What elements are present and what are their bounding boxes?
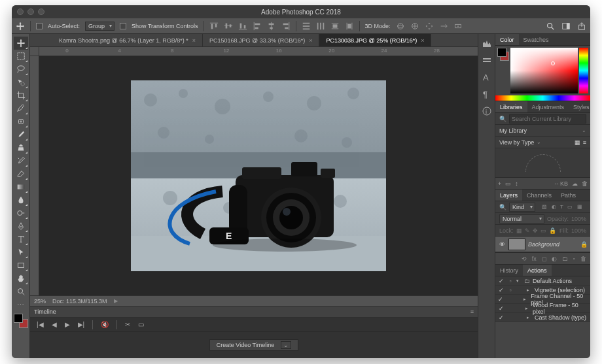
filter-pixel-icon[interactable]: ▧	[542, 204, 547, 210]
libraries-tab[interactable]: Libraries	[495, 101, 527, 112]
status-menu-icon[interactable]: ▶	[114, 298, 118, 304]
path-select-tool[interactable]	[14, 246, 28, 259]
ruler-vertical[interactable]	[30, 56, 39, 295]
distribute-top-icon[interactable]	[302, 22, 311, 31]
layer-row-background[interactable]: 👁 Background 🔒	[495, 237, 590, 252]
chevron-down-icon[interactable]: ⌄	[281, 341, 291, 349]
cloud-icon[interactable]: ☁	[572, 180, 578, 187]
layer-mask-icon[interactable]: ◻	[542, 256, 546, 262]
list-view-icon[interactable]: ≡	[583, 139, 586, 146]
brush-tool[interactable]	[14, 128, 28, 141]
align-right-icon[interactable]	[281, 22, 291, 31]
adjustment-layer-icon[interactable]: ◐	[552, 256, 557, 262]
navigator-icon[interactable]	[482, 55, 492, 65]
link-layers-icon[interactable]: ⟲	[522, 256, 527, 262]
play-icon[interactable]: ▶	[65, 321, 70, 328]
timeline-tab[interactable]: Timeline	[34, 308, 56, 315]
lock-all-icon[interactable]: 🔒	[549, 227, 556, 234]
library-search-input[interactable]	[509, 114, 586, 124]
workspace-icon[interactable]	[561, 22, 571, 31]
adjustments-tab[interactable]: Adjustments	[527, 101, 569, 112]
create-timeline-button[interactable]: Create Video Timeline⌄	[209, 339, 298, 351]
histogram-icon[interactable]	[482, 38, 492, 48]
hand-tool[interactable]	[14, 272, 28, 285]
grid-view-icon[interactable]: ▦	[575, 139, 580, 146]
crop-tool[interactable]	[14, 89, 28, 102]
move-tool[interactable]	[14, 37, 28, 50]
lock-position-icon[interactable]: ✥	[533, 227, 538, 234]
zoom-window-icon[interactable]	[38, 8, 44, 15]
show-transform-checkbox[interactable]	[120, 23, 126, 29]
filter-adjust-icon[interactable]: ◐	[552, 204, 556, 210]
history-tab[interactable]: History	[495, 265, 523, 276]
align-top-icon[interactable]	[209, 22, 219, 31]
3d-pan-icon[interactable]	[425, 22, 434, 31]
doc-size[interactable]: Doc: 115.3M/115.3M	[52, 298, 107, 305]
channels-tab[interactable]: Channels	[522, 190, 556, 201]
foreground-color-swatch[interactable]	[14, 314, 23, 323]
align-vcenter-icon[interactable]	[224, 22, 233, 31]
document-tab-2[interactable]: PC130038.JPG @ 25% (RGB/16*)×	[319, 34, 431, 46]
color-swatches[interactable]	[14, 314, 28, 328]
layers-tab[interactable]: Layers	[495, 190, 522, 201]
pen-tool[interactable]	[14, 220, 28, 233]
layer-filter-dropdown[interactable]: Kind	[509, 203, 535, 212]
zoom-tool[interactable]	[14, 285, 28, 298]
prev-frame-icon[interactable]: ◀	[52, 321, 57, 328]
filter-smart-icon[interactable]: ▦	[577, 204, 582, 210]
healing-tool[interactable]	[14, 115, 28, 128]
close-tab-icon[interactable]: ×	[421, 37, 424, 44]
minimize-window-icon[interactable]	[27, 8, 34, 15]
auto-select-checkbox[interactable]	[36, 23, 43, 29]
delete-layer-icon[interactable]: 🗑	[580, 256, 586, 262]
lock-transparent-icon[interactable]: ▦	[516, 227, 522, 234]
dodge-tool[interactable]	[14, 207, 28, 220]
swatches-tab[interactable]: Swatches	[519, 34, 554, 45]
type-tool[interactable]	[14, 233, 28, 246]
document-tab-0[interactable]: Kamra Shootra.png @ 66.7% (Layer 1, RGB/…	[52, 34, 203, 46]
search-icon[interactable]	[546, 22, 555, 31]
filter-type-icon[interactable]: T	[560, 204, 563, 210]
3d-roll-icon[interactable]	[410, 22, 419, 31]
next-frame-icon[interactable]: ▶|	[78, 321, 85, 328]
3d-orbit-icon[interactable]	[396, 22, 405, 31]
split-icon[interactable]: ✂	[125, 321, 130, 328]
view-by-dropdown[interactable]: View by Type⌄▦≡	[495, 137, 590, 148]
hue-strip[interactable]	[495, 95, 590, 101]
info-icon[interactable]: i	[482, 106, 492, 116]
zoom-level[interactable]: 25%	[34, 298, 46, 305]
actions-tab[interactable]: Actions	[523, 265, 552, 276]
action-row[interactable]: ✓▸Cast Shadow (type)	[495, 313, 590, 322]
canvas-viewport[interactable]: E	[39, 56, 478, 295]
close-tab-icon[interactable]: ×	[309, 37, 312, 44]
share-icon[interactable]	[577, 22, 586, 31]
ruler-horizontal[interactable]: 0 4 8 12 16 20 24 28	[39, 47, 478, 56]
edit-toolbar[interactable]: ⋯	[14, 298, 28, 311]
ruler-origin[interactable]	[30, 47, 39, 56]
layer-name[interactable]: Background	[528, 241, 559, 248]
filter-shape-icon[interactable]: ▭	[567, 204, 573, 210]
rectangle-tool[interactable]	[14, 259, 28, 272]
align-left-icon[interactable]	[253, 22, 262, 31]
blur-tool[interactable]	[14, 193, 28, 207]
libraries-folder-icon[interactable]: ▭	[505, 180, 511, 187]
distribute-left-icon[interactable]	[345, 22, 354, 31]
color-field[interactable]	[510, 48, 578, 93]
mute-icon[interactable]: 🔇	[101, 321, 109, 328]
eyedropper-tool[interactable]	[14, 102, 28, 115]
document-tab-1[interactable]: PC150168.JPG @ 33.3% (RGB/16*)×	[203, 34, 319, 46]
panel-menu-icon[interactable]: ≡	[470, 308, 474, 315]
trash-icon[interactable]: 🗑	[582, 180, 588, 187]
gradient-tool[interactable]	[14, 180, 28, 193]
lock-icon[interactable]: 🔒	[580, 241, 588, 248]
styles-tab[interactable]: Styles	[569, 101, 590, 112]
transition-icon[interactable]: ▭	[138, 321, 144, 328]
panel-color-swatches[interactable]	[497, 48, 509, 93]
paths-tab[interactable]: Paths	[556, 190, 580, 201]
history-brush-tool[interactable]	[14, 154, 28, 167]
goto-first-icon[interactable]: |◀	[37, 321, 44, 328]
action-row[interactable]: ✓▸Wood Frame - 50 pixel	[495, 304, 590, 313]
close-tab-icon[interactable]: ×	[192, 37, 196, 44]
lock-pixels-icon[interactable]: ✎	[525, 227, 530, 234]
distribute-bottom-icon[interactable]	[330, 22, 340, 31]
